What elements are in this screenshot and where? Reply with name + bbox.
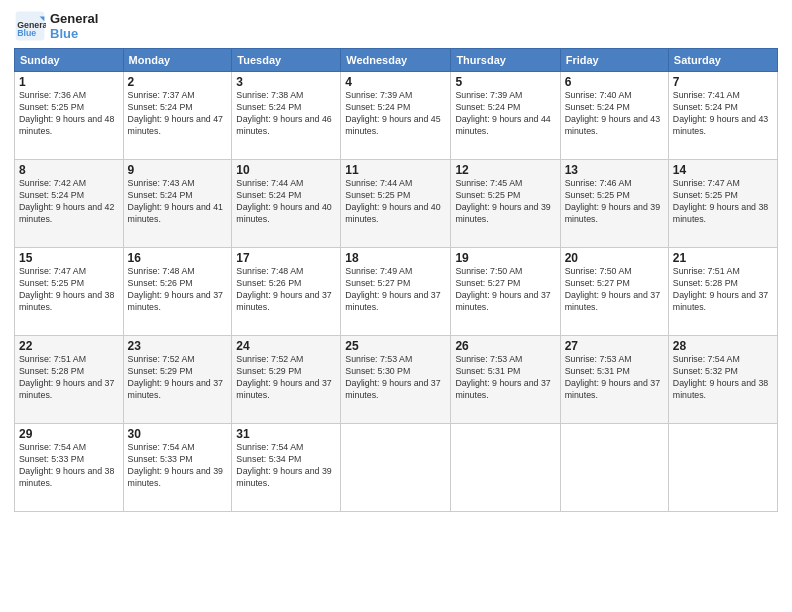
day-number: 11 [345,163,446,177]
day-info: Sunrise: 7:45 AMSunset: 5:25 PMDaylight:… [455,178,555,226]
day-info: Sunrise: 7:44 AMSunset: 5:25 PMDaylight:… [345,178,446,226]
day-info: Sunrise: 7:53 AMSunset: 5:31 PMDaylight:… [565,354,664,402]
day-number: 21 [673,251,773,265]
weekday-header-wednesday: Wednesday [341,49,451,72]
day-info: Sunrise: 7:44 AMSunset: 5:24 PMDaylight:… [236,178,336,226]
calendar-cell: 5 Sunrise: 7:39 AMSunset: 5:24 PMDayligh… [451,72,560,160]
day-number: 27 [565,339,664,353]
day-info: Sunrise: 7:53 AMSunset: 5:30 PMDaylight:… [345,354,446,402]
day-number: 30 [128,427,228,441]
day-info: Sunrise: 7:40 AMSunset: 5:24 PMDaylight:… [565,90,664,138]
day-number: 26 [455,339,555,353]
calendar-cell: 15 Sunrise: 7:47 AMSunset: 5:25 PMDaylig… [15,248,124,336]
calendar-cell: 11 Sunrise: 7:44 AMSunset: 5:25 PMDaylig… [341,160,451,248]
calendar-cell: 18 Sunrise: 7:49 AMSunset: 5:27 PMDaylig… [341,248,451,336]
day-number: 16 [128,251,228,265]
day-info: Sunrise: 7:53 AMSunset: 5:31 PMDaylight:… [455,354,555,402]
day-number: 1 [19,75,119,89]
day-number: 15 [19,251,119,265]
day-number: 6 [565,75,664,89]
day-number: 24 [236,339,336,353]
calendar-cell: 21 Sunrise: 7:51 AMSunset: 5:28 PMDaylig… [668,248,777,336]
calendar-cell: 23 Sunrise: 7:52 AMSunset: 5:29 PMDaylig… [123,336,232,424]
day-info: Sunrise: 7:52 AMSunset: 5:29 PMDaylight:… [128,354,228,402]
calendar-cell: 26 Sunrise: 7:53 AMSunset: 5:31 PMDaylig… [451,336,560,424]
calendar-cell: 7 Sunrise: 7:41 AMSunset: 5:24 PMDayligh… [668,72,777,160]
day-info: Sunrise: 7:42 AMSunset: 5:24 PMDaylight:… [19,178,119,226]
calendar-cell: 4 Sunrise: 7:39 AMSunset: 5:24 PMDayligh… [341,72,451,160]
calendar-cell: 3 Sunrise: 7:38 AMSunset: 5:24 PMDayligh… [232,72,341,160]
calendar-week-row: 1 Sunrise: 7:36 AMSunset: 5:25 PMDayligh… [15,72,778,160]
day-info: Sunrise: 7:50 AMSunset: 5:27 PMDaylight:… [565,266,664,314]
calendar-week-row: 22 Sunrise: 7:51 AMSunset: 5:28 PMDaylig… [15,336,778,424]
day-info: Sunrise: 7:48 AMSunset: 5:26 PMDaylight:… [128,266,228,314]
calendar-cell: 30 Sunrise: 7:54 AMSunset: 5:33 PMDaylig… [123,424,232,512]
day-number: 14 [673,163,773,177]
day-number: 22 [19,339,119,353]
calendar-cell: 22 Sunrise: 7:51 AMSunset: 5:28 PMDaylig… [15,336,124,424]
day-info: Sunrise: 7:37 AMSunset: 5:24 PMDaylight:… [128,90,228,138]
day-info: Sunrise: 7:38 AMSunset: 5:24 PMDaylight:… [236,90,336,138]
day-number: 3 [236,75,336,89]
calendar-cell [451,424,560,512]
weekday-header-thursday: Thursday [451,49,560,72]
calendar-cell: 9 Sunrise: 7:43 AMSunset: 5:24 PMDayligh… [123,160,232,248]
day-info: Sunrise: 7:54 AMSunset: 5:33 PMDaylight:… [128,442,228,490]
day-info: Sunrise: 7:51 AMSunset: 5:28 PMDaylight:… [19,354,119,402]
weekday-header-sunday: Sunday [15,49,124,72]
day-number: 2 [128,75,228,89]
calendar-cell: 29 Sunrise: 7:54 AMSunset: 5:33 PMDaylig… [15,424,124,512]
day-info: Sunrise: 7:39 AMSunset: 5:24 PMDaylight:… [455,90,555,138]
day-number: 18 [345,251,446,265]
calendar-cell: 10 Sunrise: 7:44 AMSunset: 5:24 PMDaylig… [232,160,341,248]
calendar-cell: 12 Sunrise: 7:45 AMSunset: 5:25 PMDaylig… [451,160,560,248]
day-number: 19 [455,251,555,265]
day-info: Sunrise: 7:54 AMSunset: 5:33 PMDaylight:… [19,442,119,490]
day-number: 8 [19,163,119,177]
calendar-cell: 19 Sunrise: 7:50 AMSunset: 5:27 PMDaylig… [451,248,560,336]
calendar-cell: 28 Sunrise: 7:54 AMSunset: 5:32 PMDaylig… [668,336,777,424]
calendar-cell: 13 Sunrise: 7:46 AMSunset: 5:25 PMDaylig… [560,160,668,248]
logo-text-line1: General [50,11,98,26]
calendar-page: General Blue General Blue SundayMondayTu… [0,0,792,612]
day-number: 12 [455,163,555,177]
weekday-header-friday: Friday [560,49,668,72]
calendar-week-row: 15 Sunrise: 7:47 AMSunset: 5:25 PMDaylig… [15,248,778,336]
day-number: 29 [19,427,119,441]
day-info: Sunrise: 7:47 AMSunset: 5:25 PMDaylight:… [19,266,119,314]
day-number: 7 [673,75,773,89]
day-number: 25 [345,339,446,353]
calendar-cell: 25 Sunrise: 7:53 AMSunset: 5:30 PMDaylig… [341,336,451,424]
day-info: Sunrise: 7:51 AMSunset: 5:28 PMDaylight:… [673,266,773,314]
day-info: Sunrise: 7:39 AMSunset: 5:24 PMDaylight:… [345,90,446,138]
page-header: General Blue General Blue [14,10,778,42]
calendar-cell: 27 Sunrise: 7:53 AMSunset: 5:31 PMDaylig… [560,336,668,424]
day-info: Sunrise: 7:48 AMSunset: 5:26 PMDaylight:… [236,266,336,314]
weekday-header-row: SundayMondayTuesdayWednesdayThursdayFrid… [15,49,778,72]
calendar-cell: 6 Sunrise: 7:40 AMSunset: 5:24 PMDayligh… [560,72,668,160]
day-number: 17 [236,251,336,265]
calendar-cell: 14 Sunrise: 7:47 AMSunset: 5:25 PMDaylig… [668,160,777,248]
day-info: Sunrise: 7:36 AMSunset: 5:25 PMDaylight:… [19,90,119,138]
weekday-header-monday: Monday [123,49,232,72]
calendar-cell [341,424,451,512]
day-number: 5 [455,75,555,89]
day-number: 10 [236,163,336,177]
weekday-header-tuesday: Tuesday [232,49,341,72]
day-info: Sunrise: 7:50 AMSunset: 5:27 PMDaylight:… [455,266,555,314]
calendar-cell: 20 Sunrise: 7:50 AMSunset: 5:27 PMDaylig… [560,248,668,336]
day-info: Sunrise: 7:43 AMSunset: 5:24 PMDaylight:… [128,178,228,226]
calendar-cell [668,424,777,512]
calendar-cell: 17 Sunrise: 7:48 AMSunset: 5:26 PMDaylig… [232,248,341,336]
calendar-cell: 8 Sunrise: 7:42 AMSunset: 5:24 PMDayligh… [15,160,124,248]
day-info: Sunrise: 7:54 AMSunset: 5:34 PMDaylight:… [236,442,336,490]
calendar-cell [560,424,668,512]
calendar-cell: 16 Sunrise: 7:48 AMSunset: 5:26 PMDaylig… [123,248,232,336]
calendar-cell: 31 Sunrise: 7:54 AMSunset: 5:34 PMDaylig… [232,424,341,512]
day-info: Sunrise: 7:52 AMSunset: 5:29 PMDaylight:… [236,354,336,402]
day-info: Sunrise: 7:54 AMSunset: 5:32 PMDaylight:… [673,354,773,402]
logo-icon: General Blue [14,10,46,42]
calendar-cell: 2 Sunrise: 7:37 AMSunset: 5:24 PMDayligh… [123,72,232,160]
day-number: 20 [565,251,664,265]
calendar-week-row: 8 Sunrise: 7:42 AMSunset: 5:24 PMDayligh… [15,160,778,248]
